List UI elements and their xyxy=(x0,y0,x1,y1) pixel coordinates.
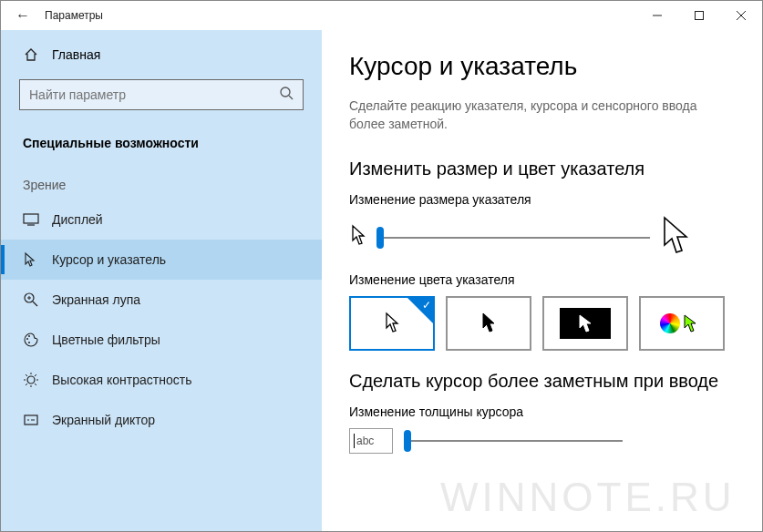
color-option-custom[interactable] xyxy=(639,296,725,351)
svg-point-4 xyxy=(281,87,290,97)
sidebar-item-display[interactable]: Дисплей xyxy=(1,200,322,240)
svg-point-13 xyxy=(28,335,30,337)
back-button[interactable]: ← xyxy=(1,7,45,24)
section-cursor-heading: Сделать курсор более заметным при вводе xyxy=(349,371,726,392)
svg-line-22 xyxy=(26,384,27,385)
window-title: Параметры xyxy=(45,9,636,22)
sidebar-item-highcontrast[interactable]: Высокая контрастность xyxy=(1,360,322,400)
pointer-size-slider[interactable] xyxy=(376,225,650,251)
sidebar-item-label: Высокая контрастность xyxy=(52,373,191,387)
pointer-color-label: Изменение цвета указателя xyxy=(349,272,726,287)
search-box[interactable] xyxy=(19,79,304,110)
page-description: Сделайте реакцию указателя, курсора и се… xyxy=(349,97,726,133)
page-title: Курсор и указатель xyxy=(349,52,726,81)
color-option-white[interactable]: ✓ xyxy=(349,296,435,351)
minimize-button[interactable] xyxy=(636,1,678,30)
sidebar-item-label: Дисплей xyxy=(52,212,103,227)
svg-rect-6 xyxy=(24,214,38,223)
palette-icon xyxy=(23,332,39,348)
sidebar-item-label: Экранная лупа xyxy=(52,292,140,307)
svg-line-9 xyxy=(33,302,37,306)
svg-line-5 xyxy=(289,96,293,99)
cursor-icon xyxy=(23,251,39,268)
section-title: Специальные возможности xyxy=(1,136,322,172)
sidebar-item-label: Экранный диктор xyxy=(52,413,155,427)
home-link[interactable]: Главная xyxy=(19,46,304,63)
maximize-button[interactable] xyxy=(678,1,720,30)
cursor-thickness-label: Изменение толщины курсора xyxy=(349,404,726,419)
search-input[interactable] xyxy=(29,87,279,102)
svg-line-21 xyxy=(35,384,36,385)
contrast-icon xyxy=(23,372,39,388)
svg-line-23 xyxy=(35,374,36,376)
search-icon xyxy=(279,86,294,104)
svg-point-15 xyxy=(27,376,35,384)
color-option-black[interactable] xyxy=(446,296,531,351)
svg-line-20 xyxy=(26,374,27,376)
svg-point-12 xyxy=(26,338,28,340)
sidebar-item-colorfilters[interactable]: Цветные фильтры xyxy=(1,320,322,360)
sidebar-item-magnifier[interactable]: Экранная лупа xyxy=(1,280,322,320)
sidebar-item-label: Курсор и указатель xyxy=(52,252,166,267)
pointer-color-options: ✓ xyxy=(349,296,726,351)
watermark: WINNOTE.RU xyxy=(440,475,736,520)
small-cursor-icon xyxy=(349,224,367,251)
sidebar-item-narrator[interactable]: Экранный диктор xyxy=(1,400,322,440)
narrator-icon xyxy=(23,412,39,428)
group-label: Зрение xyxy=(1,172,322,200)
close-button[interactable] xyxy=(720,1,762,30)
display-icon xyxy=(23,211,39,228)
checkmark-icon: ✓ xyxy=(422,299,431,312)
sidebar-item-cursor[interactable]: Курсор и указатель xyxy=(1,240,322,280)
pointer-size-label: Изменение размера указателя xyxy=(349,192,726,207)
sidebar-item-label: Цветные фильтры xyxy=(52,332,160,347)
section-size-color-heading: Изменить размер и цвет указателя xyxy=(349,159,726,179)
cursor-thickness-preview: abc xyxy=(349,428,393,454)
titlebar: ← Параметры xyxy=(1,1,762,30)
main-content: Курсор и указатель Сделайте реакцию указ… xyxy=(322,30,762,531)
magnifier-icon xyxy=(23,292,39,308)
cursor-thickness-slider[interactable] xyxy=(404,428,623,454)
svg-rect-1 xyxy=(696,12,704,20)
color-option-inverted[interactable] xyxy=(542,296,628,351)
sidebar: Главная Специальные возможности Зрение Д… xyxy=(1,30,322,531)
color-wheel-icon xyxy=(660,313,680,333)
home-label: Главная xyxy=(52,47,100,62)
home-icon xyxy=(23,46,39,63)
large-cursor-icon xyxy=(659,216,692,260)
svg-point-14 xyxy=(28,342,30,343)
